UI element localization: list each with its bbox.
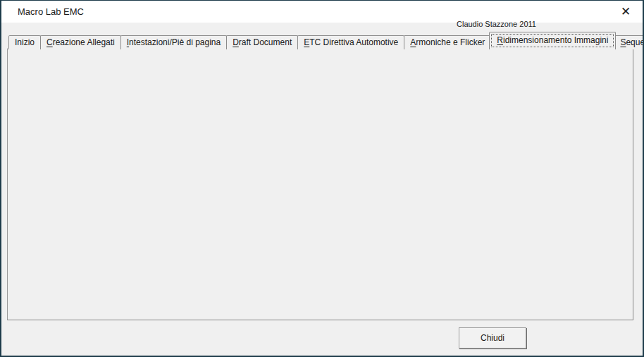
close-dialog-button[interactable]: Chiudi [459, 327, 526, 349]
tab-sequenze[interactable]: Sequenze [614, 35, 644, 49]
tabstrip: Inizio Creazione Allegati Intestazioni/P… [8, 34, 644, 49]
tab-draft-document[interactable]: Draft Document [226, 35, 298, 49]
tab-inizio[interactable]: Inizio [8, 35, 41, 49]
tab-intestazioni-pie-di-pagina[interactable]: Intestazioni/Piè di pagina [120, 35, 227, 49]
tab-page-ridimensionamento [7, 48, 633, 320]
credit-label: Claudio Stazzone 2011 [457, 20, 536, 28]
tab-armoniche-e-flicker[interactable]: Armoniche e Flicker [404, 35, 491, 49]
tab-ridimensionamento-immagini[interactable]: Ridimensionamento Immagini [489, 32, 616, 49]
dialog-window: Macro Lab EMC ✕ Claudio Stazzone 2011 In… [0, 0, 644, 357]
window-title: Macro Lab EMC [18, 1, 84, 23]
tab-etc-direttiva-automotive[interactable]: ETC Direttiva Automotive [297, 35, 404, 49]
titlebar: Macro Lab EMC ✕ [1, 1, 643, 23]
tab-creazione-allegati[interactable]: Creazione Allegati [40, 35, 121, 49]
close-icon[interactable]: ✕ [613, 2, 638, 21]
